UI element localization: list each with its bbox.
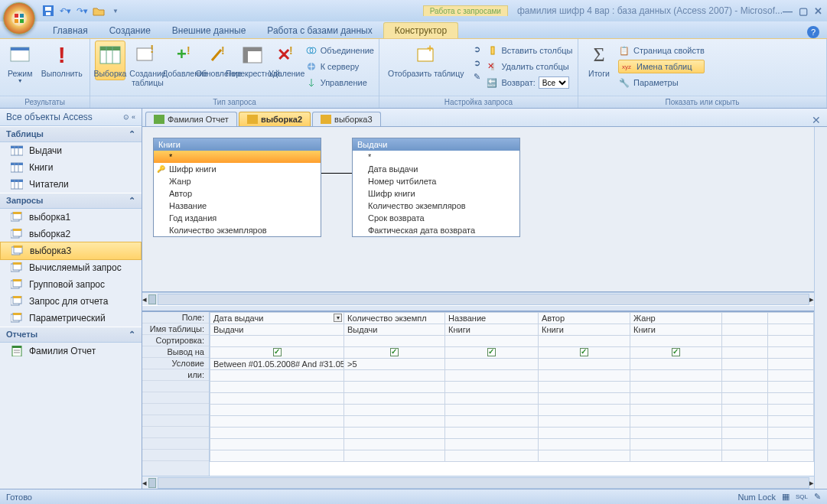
table-field[interactable]: Номер читбилета bbox=[353, 175, 519, 187]
table-field[interactable]: * bbox=[353, 151, 519, 163]
datadef-button[interactable]: Управление bbox=[305, 76, 374, 89]
table-field[interactable]: Автор bbox=[154, 187, 321, 200]
svg-rect-65 bbox=[13, 313, 21, 315]
close-button[interactable]: ✕ bbox=[814, 5, 822, 17]
help-icon[interactable]: ? bbox=[807, 26, 819, 38]
table-field[interactable]: Количество экземпляров bbox=[154, 224, 321, 236]
delete-rows-button[interactable]: ➲ bbox=[470, 56, 483, 70]
doc-tab[interactable]: Фамилия Отчет bbox=[145, 112, 237, 126]
nav-query-item[interactable]: выборка2 bbox=[0, 226, 142, 242]
table-field[interactable]: Фактическая дата возврата bbox=[353, 224, 519, 236]
grid-scroll[interactable]: ◂▸ bbox=[142, 476, 814, 489]
table-field[interactable]: Шифр книги bbox=[353, 187, 519, 200]
office-button[interactable] bbox=[3, 2, 35, 34]
tab-design[interactable]: Конструктор bbox=[383, 22, 458, 38]
qat-more-icon[interactable]: ▼ bbox=[109, 5, 122, 17]
svg-rect-11 bbox=[100, 47, 120, 50]
union-button[interactable]: Объединение bbox=[305, 44, 374, 57]
svg-rect-53 bbox=[14, 245, 22, 248]
join-line[interactable] bbox=[321, 173, 352, 174]
run-button[interactable]: !Выполнить bbox=[38, 41, 85, 80]
view-design-icon[interactable]: ✎ bbox=[814, 492, 821, 502]
table-field[interactable]: 🔑Шифр книги bbox=[154, 163, 321, 175]
table-field[interactable]: Год издания bbox=[154, 212, 321, 224]
return-row[interactable]: 🔙Возврат: Все bbox=[486, 76, 572, 89]
ribbon-tabs: Главная Создание Внешние данные Работа с… bbox=[0, 21, 827, 38]
nav-group-queries[interactable]: Запросы⌃ bbox=[0, 193, 142, 209]
qbe-grid: Поле:Имя таблицы:Сортировка:Вывод на экр… bbox=[142, 311, 814, 476]
return-select[interactable]: Все bbox=[539, 76, 569, 89]
view-datasheet-icon[interactable]: ▦ bbox=[782, 492, 790, 502]
svg-rect-21 bbox=[243, 47, 248, 63]
table-field[interactable]: Жанр bbox=[154, 175, 321, 187]
delete-cols-button[interactable]: ✕Удалить столбцы bbox=[486, 60, 572, 73]
show-table-button[interactable]: +Отобразить таблицу bbox=[384, 41, 467, 80]
nav-query-item[interactable]: выборка1 bbox=[0, 209, 142, 226]
save-icon[interactable] bbox=[42, 5, 54, 17]
table-field[interactable]: Срок возврата bbox=[353, 212, 519, 224]
insert-rows-button[interactable]: ➲ bbox=[470, 42, 483, 56]
maketable-button[interactable]: !Создание таблицы bbox=[129, 41, 167, 89]
nav-query-item[interactable]: выборка3 bbox=[0, 242, 142, 260]
tab-external[interactable]: Внешние данные bbox=[161, 23, 257, 38]
svg-rect-3 bbox=[15, 19, 18, 23]
table-field[interactable]: Название bbox=[154, 200, 321, 212]
parameters-button[interactable]: 🔧Параметры bbox=[618, 76, 705, 89]
table-field[interactable]: * bbox=[154, 151, 321, 163]
insert-cols-button[interactable]: Вставить столбцы bbox=[486, 44, 572, 57]
numlock-indicator: Num Lock bbox=[737, 493, 776, 502]
nav-report-item[interactable]: Фамилия Отчет bbox=[0, 343, 142, 359]
statusbar: Готово Num Lock ▦ SQL ✎ bbox=[0, 489, 827, 504]
vertical-scrollbar[interactable] bbox=[814, 127, 827, 489]
svg-rect-56 bbox=[13, 262, 21, 265]
builder-button[interactable]: ✎ bbox=[470, 70, 483, 83]
table-field[interactable]: Количество экземпляров bbox=[353, 200, 519, 212]
svg-text:xyz: xyz bbox=[622, 63, 631, 70]
view-sql-icon[interactable]: SQL bbox=[796, 493, 808, 500]
nav-table-item[interactable]: Книги bbox=[0, 159, 142, 176]
undo-icon[interactable]: ↶▾ bbox=[59, 5, 71, 17]
tab-home[interactable]: Главная bbox=[42, 23, 99, 38]
svg-point-0 bbox=[11, 11, 27, 26]
nav-header[interactable]: Все объекты Access⊙ « bbox=[0, 109, 142, 126]
nav-group-reports[interactable]: Отчеты⌃ bbox=[0, 327, 142, 343]
table-box-knigi[interactable]: Книги*🔑Шифр книгиЖанрАвторНазваниеГод из… bbox=[153, 138, 321, 237]
doc-tab[interactable]: выборка3 bbox=[312, 112, 381, 126]
canvas-scroll[interactable]: ◂▸ bbox=[142, 292, 814, 305]
chevron-down-icon[interactable]: ⊙ « bbox=[123, 113, 135, 121]
nav-table-item[interactable]: Читатели bbox=[0, 176, 142, 193]
passthrough-button[interactable]: К серверу bbox=[305, 60, 374, 73]
tab-create[interactable]: Создание bbox=[99, 23, 161, 38]
nav-table-item[interactable]: Выдачи bbox=[0, 142, 142, 159]
redo-icon[interactable]: ↷▾ bbox=[76, 5, 88, 17]
minimize-button[interactable]: — bbox=[783, 5, 793, 17]
view-button[interactable]: Режим▼ bbox=[5, 41, 35, 86]
property-sheet-button[interactable]: 📋Страница свойств bbox=[618, 44, 705, 57]
tab-dbtools[interactable]: Работа с базами данных bbox=[256, 23, 383, 38]
table-box-vydachi[interactable]: Выдачи*Дата выдачиНомер читбилетаШифр кн… bbox=[352, 138, 520, 237]
open-icon[interactable] bbox=[93, 5, 105, 17]
qbe-row-labels: Поле:Имя таблицы:Сортировка:Вывод на экр… bbox=[142, 312, 210, 476]
svg-rect-2 bbox=[20, 14, 24, 18]
close-tab-icon[interactable]: ✕ bbox=[806, 114, 827, 126]
qbe-table[interactable]: Дата выдачи▾Количество экземплНазваниеАв… bbox=[210, 312, 814, 462]
nav-query-item[interactable]: Групповой запрос bbox=[0, 276, 142, 293]
nav-query-item[interactable]: Вычисляемый запрос bbox=[0, 259, 142, 276]
svg-rect-1 bbox=[15, 14, 18, 18]
nav-query-item[interactable]: Запрос для отчета bbox=[0, 293, 142, 310]
select-query-button[interactable]: Выборка bbox=[95, 41, 125, 80]
navigation-pane: Все объекты Access⊙ « Таблицы⌃ ВыдачиКни… bbox=[0, 109, 142, 489]
svg-text:!: ! bbox=[187, 45, 190, 57]
nav-query-item[interactable]: Параметрический bbox=[0, 310, 142, 327]
relationship-canvas[interactable]: Книги*🔑Шифр книгиЖанрАвторНазваниеГод из… bbox=[142, 127, 814, 292]
table-field[interactable]: Дата выдачи bbox=[353, 163, 519, 175]
svg-text:!: ! bbox=[289, 45, 293, 57]
totals-button[interactable]: ΣИтоги bbox=[583, 41, 615, 80]
table-names-button[interactable]: xyzИмена таблиц bbox=[618, 60, 705, 73]
doc-tab[interactable]: выборка2 bbox=[239, 112, 311, 126]
nav-group-tables[interactable]: Таблицы⌃ bbox=[0, 126, 142, 142]
splitter[interactable] bbox=[142, 305, 814, 311]
maximize-button[interactable]: ▢ bbox=[799, 5, 808, 17]
crosstab-button[interactable]: Перекрестный bbox=[237, 41, 269, 80]
delete-query-button[interactable]: ✕!Удаление bbox=[272, 41, 302, 80]
